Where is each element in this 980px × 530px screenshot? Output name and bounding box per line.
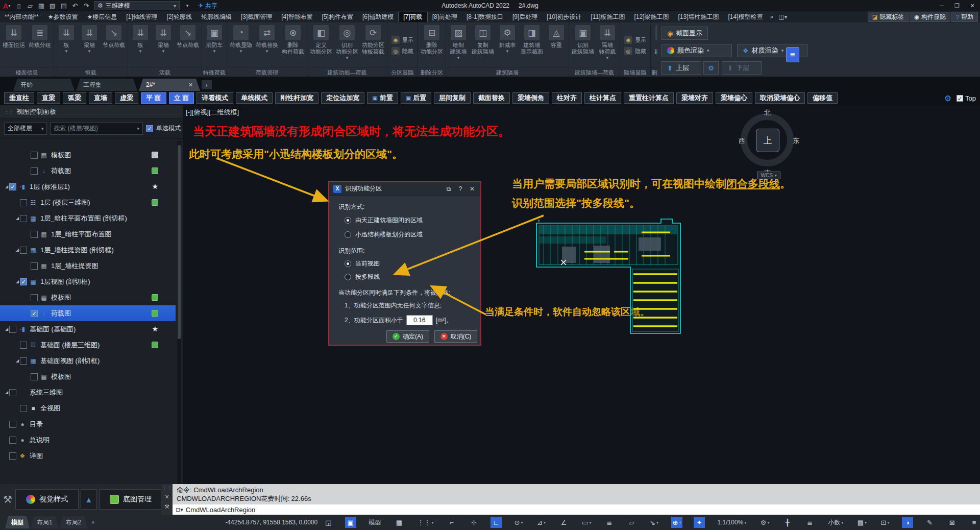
ribbon-tab-4[interactable]: [1]轴线管理 <box>121 12 162 22</box>
share-button[interactable]: ✈ 共享 <box>198 2 217 10</box>
transparency-icon[interactable]: ▱ <box>626 517 638 528</box>
lock-ui-icon[interactable]: ⊡▾ <box>879 517 891 528</box>
ribbon-tab-18[interactable]: [13]墙柱施工图 <box>673 12 723 22</box>
toolbar-button-12[interactable]: ▣前置 <box>367 92 398 104</box>
expander-icon[interactable]: ◢ <box>4 184 9 189</box>
radio-xiaoxun-slab[interactable]: 小迅结构楼板划分的区域 <box>345 230 423 239</box>
workspace-select[interactable]: ⚙ 三维建模 ▾ <box>94 1 180 10</box>
document-tab-1[interactable]: 开始 <box>13 79 75 91</box>
ok-button[interactable]: ✓ 确定(A) <box>386 330 429 343</box>
upper-floor-button[interactable]: ⬆ 上层 <box>662 61 701 75</box>
tree-item[interactable]: ▦模板图 <box>0 290 176 305</box>
tree-item[interactable]: ☷基础面 (楼层三维图) <box>0 337 176 353</box>
tree-item[interactable]: ↓荷载图 <box>0 163 176 179</box>
tree-checkbox[interactable] <box>9 452 16 460</box>
snap-mode-icon[interactable]: ⋮⋮▾ <box>415 517 435 528</box>
view-cube[interactable]: 北 西 东 南 上 WCS▾ <box>737 109 800 176</box>
tree-item[interactable]: ●总说明 <box>0 432 176 448</box>
tree-checkbox[interactable] <box>20 357 27 365</box>
toolbar-button-3[interactable]: 弧梁 <box>63 92 86 104</box>
tree-checkbox[interactable] <box>9 389 16 396</box>
partition-to-load-button[interactable]: ⇊隔墙转荷载▼ <box>596 23 619 60</box>
customization-menu-icon[interactable]: ≡ <box>969 517 980 528</box>
minimize-button[interactable]: ─ <box>934 0 949 11</box>
toolbar-button-11[interactable]: 定位边加宽 <box>321 92 364 104</box>
copy-icon[interactable]: ⧉ <box>445 185 453 192</box>
unit-weight-button[interactable]: ◬容重 <box>545 23 568 49</box>
radio-current-view[interactable]: 当前视图 <box>345 259 380 268</box>
expander-icon[interactable]: ◢ <box>15 279 20 284</box>
zone-to-slab-load-button[interactable]: ⟳功能分区转板荷载 <box>360 23 386 55</box>
tree-checkbox[interactable] <box>20 215 27 222</box>
draw-arch-wall-button[interactable]: ▨绘制建筑墙▼ <box>447 23 470 60</box>
new-file-icon[interactable]: ▯ <box>13 1 24 11</box>
tree-item[interactable]: ●目录 <box>0 416 176 432</box>
save-icon[interactable]: ▦ <box>36 1 47 11</box>
ribbon-tabs-overflow-icon[interactable]: » <box>768 13 776 20</box>
redo-icon[interactable]: ↷ <box>81 1 92 11</box>
tree-item[interactable]: ◢▦1层_暗柱平面布置图 (剖切框) <box>0 210 176 226</box>
tree-item[interactable]: ✓↓荷载图 <box>0 305 176 321</box>
tree-checkbox[interactable]: ✓ <box>20 278 27 285</box>
toolbar-button-10[interactable]: 刚性杆加宽 <box>275 92 318 104</box>
toolbar-button-5[interactable]: 虚梁 <box>115 92 138 104</box>
toolbar-button-18[interactable]: 柱计算点 <box>584 92 621 104</box>
slab-live-load-button[interactable]: ⇊板▼ <box>129 23 152 54</box>
ribbon-tab-2[interactable]: ★参数设置 <box>43 12 83 22</box>
properties-palette-icon[interactable]: ≣ <box>786 47 799 62</box>
visual-style-button[interactable]: 视觉样式 <box>15 489 79 510</box>
toolbar-button-21[interactable]: 梁墙偏心 <box>716 92 752 104</box>
single-mode-checkbox[interactable]: ✓ <box>146 125 153 132</box>
help-button[interactable]: ?帮助 <box>951 12 978 22</box>
autocad-logo-icon[interactable]: A▾ <box>0 1 13 11</box>
isolate-objects-icon[interactable]: ╂ <box>782 517 793 528</box>
floor-filter-select[interactable]: 全部楼层▾ <box>4 123 47 135</box>
model-paper-toggle[interactable]: 模型 <box>367 517 382 528</box>
close-icon[interactable]: ✕ <box>468 185 476 192</box>
compass-north[interactable]: 北 <box>764 108 771 117</box>
section-display-button[interactable]: ◉ 截面显示 <box>662 27 708 40</box>
zone-hide-button[interactable]: ◎隐藏 <box>391 47 413 55</box>
command-close-icon[interactable]: ✕ <box>164 494 169 500</box>
compass-top-face[interactable]: 上 <box>756 129 779 152</box>
define-function-zone-button[interactable]: ◧定义功能分区 <box>308 23 334 55</box>
command-drag-handle[interactable]: ⋮⋮ <box>162 485 172 491</box>
layout-tab-1[interactable]: 模型 <box>5 516 30 528</box>
ortho-mode-icon[interactable]: ∟ <box>491 517 502 528</box>
tree-item[interactable]: ◢▪▮基础面 (基础面)★ <box>0 321 176 337</box>
node-live-load-button[interactable]: ↘节点荷载 <box>175 23 201 49</box>
zone-show-button[interactable]: ◉显示 <box>391 36 413 44</box>
annotation-scale-display[interactable]: 1:1/100%▾ <box>716 517 748 528</box>
tree-checkbox[interactable]: ✓ <box>31 310 38 317</box>
viewport-capture-icon[interactable]: ◲ <box>323 517 334 528</box>
tree-checkbox[interactable] <box>9 421 16 428</box>
toolbar-button-17[interactable]: 柱对齐 <box>552 92 582 104</box>
ribbon-tab-15[interactable]: [10]初步设计 <box>542 12 586 22</box>
recognize-arch-partition-button[interactable]: ▣识别建筑隔墙 <box>570 23 596 55</box>
top-view-checkbox[interactable]: ✓Top <box>957 94 976 102</box>
tree-checkbox[interactable] <box>31 167 38 175</box>
close-button[interactable]: ✕ <box>965 0 980 11</box>
infer-constraints-icon[interactable]: ⌐ <box>446 517 457 528</box>
toolbar-button-6[interactable]: 平 面 <box>141 92 166 104</box>
tree-item[interactable]: ◢✓▦1层视图 (剖切框) <box>0 274 176 290</box>
drawing-canvas[interactable]: [-][俯视][二维线框] 当天正建筑隔墙没有形成闭合区域时，将无法生成功能分区… <box>183 105 980 484</box>
partition-show-button[interactable]: ◉显示 <box>624 36 646 44</box>
new-tab-button[interactable]: + <box>202 80 212 89</box>
object-snap-icon[interactable]: ▭▾ <box>580 517 593 528</box>
ribbon-tab-9[interactable]: [5]构件布置 <box>317 12 358 22</box>
dynamic-ucs-icon[interactable]: ✦ <box>694 517 705 528</box>
tree-item[interactable]: ■全视图 <box>0 400 176 416</box>
object-snap-tracking-icon[interactable]: ∠ <box>558 517 570 528</box>
beam-wall-live-load-button[interactable]: ⇊梁墙▼ <box>152 23 175 54</box>
toolbar-button-7[interactable]: 立 面 <box>169 92 194 104</box>
layout-tab-3[interactable]: 布局2 <box>60 516 88 528</box>
expander-icon[interactable]: ◢ <box>4 327 9 331</box>
annotation-monitor-icon[interactable]: ✎ <box>924 517 936 528</box>
toolbar-button-4[interactable]: 直墙 <box>89 92 112 104</box>
tree-checkbox[interactable] <box>31 231 38 238</box>
floor-dead-live-button[interactable]: ⇊楼面恒活 <box>1 23 27 49</box>
units-icon[interactable]: ≣ <box>804 517 816 528</box>
tree-checkbox[interactable] <box>20 342 27 349</box>
toolbar-button-2[interactable]: 直梁 <box>37 92 60 104</box>
